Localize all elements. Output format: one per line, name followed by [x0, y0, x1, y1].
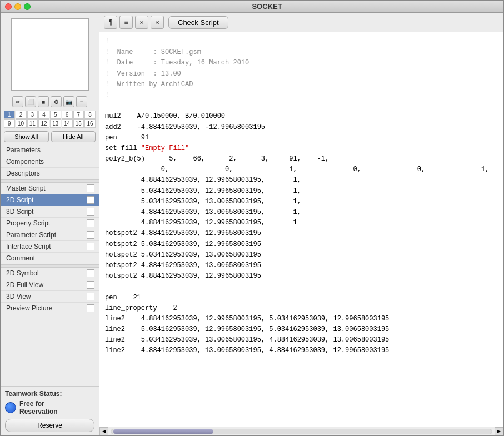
- num-1[interactable]: 1: [4, 111, 15, 119]
- sidebar-item-preview-picture[interactable]: Preview Picture: [1, 303, 99, 314]
- 3d-view-checkbox[interactable]: [87, 293, 94, 300]
- horizontal-scrollbar-track[interactable]: [111, 429, 492, 434]
- camera-icon[interactable]: 📷: [63, 96, 74, 107]
- maximize-button[interactable]: [24, 3, 31, 10]
- script-section: Master Script 2D Script 3D Script Proper…: [1, 183, 99, 264]
- 3d-script-checkbox[interactable]: [87, 208, 94, 216]
- preview-picture-checkbox[interactable]: [87, 304, 94, 312]
- nav-section: Parameters Components Descriptors: [1, 144, 99, 179]
- view-section: 2D Symbol 2D Full View 3D View Preview P…: [1, 268, 99, 314]
- horizontal-scrollbar-area: ◀ ▶: [99, 427, 503, 435]
- indent-right-tool-button[interactable]: »: [135, 16, 148, 29]
- square-icon[interactable]: ⬜: [25, 96, 36, 107]
- components-label: Components: [6, 158, 44, 166]
- traffic-lights: [5, 3, 31, 10]
- sidebar-item-2d-symbol[interactable]: 2D Symbol: [1, 268, 99, 279]
- 2d-full-view-label: 2D Full View: [6, 281, 43, 289]
- scroll-right-button[interactable]: ▶: [495, 427, 503, 436]
- property-script-checkbox[interactable]: [87, 219, 94, 227]
- num-16[interactable]: 16: [84, 119, 96, 128]
- num-6[interactable]: 6: [62, 111, 73, 119]
- editor-toolbar: ¶ ≡ » « Check Script: [99, 13, 503, 32]
- 2d-script-label: 2D Script: [6, 196, 33, 204]
- num-12[interactable]: 12: [38, 119, 49, 128]
- sidebar-item-3d-script[interactable]: 3D Script: [1, 206, 99, 218]
- close-button[interactable]: [5, 3, 12, 10]
- sidebar-actions: Show All Hide All: [1, 129, 99, 144]
- parameter-script-checkbox[interactable]: [87, 231, 94, 239]
- num-5[interactable]: 5: [50, 111, 61, 119]
- filled-square-icon[interactable]: ■: [38, 96, 49, 107]
- status-dot: [5, 402, 16, 413]
- num-2[interactable]: 2: [16, 111, 27, 119]
- sidebar-item-comment[interactable]: Comment: [1, 253, 99, 264]
- master-script-label: Master Script: [6, 184, 46, 192]
- code-editor[interactable]: ! ! Name : SOCKET.gsm ! Date : Tuesday, …: [99, 32, 503, 427]
- sidebar-item-descriptors[interactable]: Descriptors: [1, 168, 99, 179]
- 3d-script-label: 3D Script: [6, 208, 33, 216]
- editor-area: ¶ ≡ » « Check Script ! ! Name : SOCKET.g…: [99, 13, 503, 435]
- main-window: SOCKET ✏ ⬜ ■ ⚙ 📷 ≡ 1 2 3 4 5 6: [0, 0, 504, 436]
- master-script-checkbox[interactable]: [87, 184, 94, 192]
- parameter-script-label: Parameter Script: [6, 231, 56, 239]
- code-content: ! ! Name : SOCKET.gsm ! Date : Tuesday, …: [105, 37, 498, 357]
- list-tool-button[interactable]: ≡: [119, 16, 133, 29]
- num-15[interactable]: 15: [73, 119, 84, 128]
- num-8[interactable]: 8: [84, 111, 96, 119]
- num-13[interactable]: 13: [50, 119, 61, 128]
- num-14[interactable]: 14: [62, 119, 73, 128]
- minimize-button[interactable]: [14, 3, 21, 10]
- preview-area: [11, 18, 89, 91]
- sidebar-item-interface-script[interactable]: Interface Script: [1, 241, 99, 253]
- reserve-button[interactable]: Reserve: [5, 419, 94, 432]
- sidebar-item-components[interactable]: Components: [1, 156, 99, 168]
- settings-icon[interactable]: ⚙: [51, 96, 62, 107]
- status-text: Free forReservation: [19, 400, 58, 415]
- sidebar-item-2d-script[interactable]: 2D Script: [1, 194, 99, 206]
- teamwork-status: Free forReservation: [5, 400, 94, 415]
- number-grid: 1 2 3 4 5 6 7 8 9 10 11 12 13 14 15 16: [1, 109, 99, 129]
- scroll-left-button[interactable]: ◀: [99, 427, 108, 436]
- 2d-full-view-checkbox[interactable]: [87, 281, 94, 289]
- check-script-button[interactable]: Check Script: [168, 16, 228, 29]
- sidebar-item-master-script[interactable]: Master Script: [1, 183, 99, 194]
- num-11[interactable]: 11: [27, 119, 38, 128]
- paragraph-tool-button[interactable]: ¶: [104, 16, 117, 29]
- title-bar: SOCKET: [1, 1, 503, 13]
- sidebar-item-parameters[interactable]: Parameters: [1, 144, 99, 156]
- 2d-script-checkbox[interactable]: [87, 196, 94, 204]
- num-10[interactable]: 10: [16, 119, 27, 128]
- num-4[interactable]: 4: [38, 111, 49, 119]
- show-all-button[interactable]: Show All: [4, 131, 49, 142]
- preview-picture-label: Preview Picture: [6, 304, 52, 312]
- main-content: ✏ ⬜ ■ ⚙ 📷 ≡ 1 2 3 4 5 6 7 8 9 10 11 12: [1, 13, 503, 435]
- comment-label: Comment: [6, 254, 35, 262]
- hide-all-button[interactable]: Hide All: [51, 131, 96, 142]
- 2d-symbol-label: 2D Symbol: [6, 269, 39, 277]
- edit-icon[interactable]: ✏: [12, 96, 23, 107]
- sidebar-item-3d-view[interactable]: 3D View: [1, 291, 99, 303]
- list-icon[interactable]: ≡: [76, 96, 87, 107]
- horizontal-scrollbar-thumb[interactable]: [113, 429, 213, 434]
- 2d-symbol-checkbox[interactable]: [87, 269, 94, 277]
- sidebar-item-2d-full-view[interactable]: 2D Full View: [1, 279, 99, 291]
- indent-left-tool-button[interactable]: «: [151, 16, 164, 29]
- property-script-label: Property Script: [6, 219, 50, 227]
- window-title: SOCKET: [35, 2, 499, 11]
- parameters-label: Parameters: [6, 146, 41, 154]
- sidebar-icon-toolbar: ✏ ⬜ ■ ⚙ 📷 ≡: [1, 94, 99, 109]
- num-9[interactable]: 9: [4, 119, 15, 128]
- teamwork-section: Teamwork Status: Free forReservation Res…: [1, 386, 99, 435]
- sidebar: ✏ ⬜ ■ ⚙ 📷 ≡ 1 2 3 4 5 6 7 8 9 10 11 12: [1, 13, 99, 435]
- interface-script-label: Interface Script: [6, 243, 51, 250]
- teamwork-label: Teamwork Status:: [5, 390, 94, 398]
- num-3[interactable]: 3: [27, 111, 38, 119]
- descriptors-label: Descriptors: [6, 169, 40, 177]
- sidebar-item-property-script[interactable]: Property Script: [1, 218, 99, 229]
- sidebar-item-parameter-script[interactable]: Parameter Script: [1, 229, 99, 241]
- interface-script-checkbox[interactable]: [87, 243, 94, 250]
- 3d-view-label: 3D View: [6, 293, 31, 300]
- num-7[interactable]: 7: [73, 111, 84, 119]
